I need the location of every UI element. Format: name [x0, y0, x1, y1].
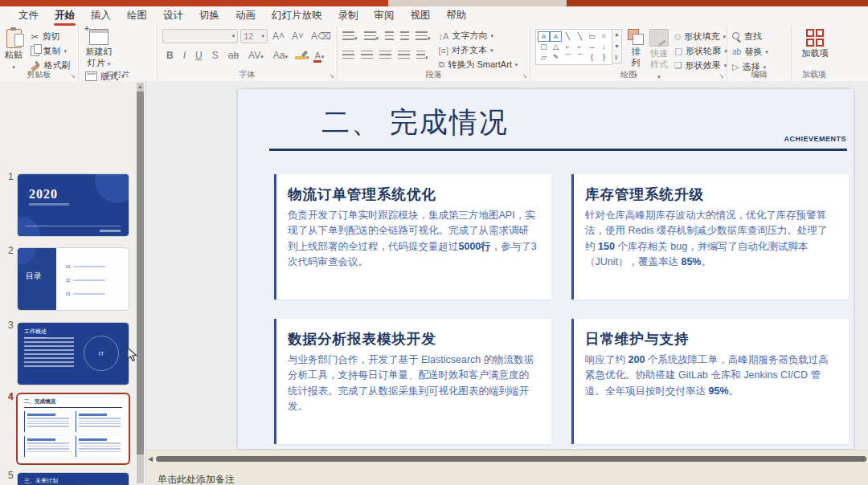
numbering-button[interactable]: ▾	[364, 29, 379, 43]
tab-transitions[interactable]: 切换	[192, 6, 227, 26]
clear-formatting-button[interactable]: A⌫	[309, 30, 334, 43]
tab-help[interactable]: 帮助	[440, 6, 474, 26]
slide-canvas[interactable]: 二、 完成情况 ACHIEVEMENTS 物流订单管理系统优化 负责开发了订单实…	[238, 89, 854, 449]
slide-thumbnail-3[interactable]: 工作概述 IT	[18, 323, 129, 385]
tab-review[interactable]: 审阅	[367, 6, 402, 26]
addins-button[interactable]: 加载项	[796, 29, 833, 59]
tab-animations[interactable]: 动画	[228, 6, 263, 26]
titlebar-search[interactable]	[388, 0, 567, 6]
shape-tool-icon[interactable]: ○	[598, 31, 610, 42]
shapes-scroll-down-icon[interactable]: ▼	[614, 43, 620, 49]
achievement-card-3[interactable]: 数据分析报表模块开发 与业务部门合作，开发了基于 Elasticsearch 的…	[274, 319, 551, 444]
align-right-button[interactable]	[379, 48, 391, 63]
achievement-card-4[interactable]: 日常维护与支持 响应了约 200 个系统故障工单，高峰期服务器负载过高紧急优化。…	[571, 319, 849, 444]
replace-button[interactable]: ab 替换▾	[732, 46, 788, 58]
highlight-color-button[interactable]: ▾	[295, 48, 309, 63]
strikethrough-button[interactable]: ab	[226, 49, 241, 62]
shrink-font-button[interactable]: A˅	[289, 30, 306, 43]
align-center-button[interactable]	[361, 48, 373, 63]
font-size-combobox[interactable]: 12▾	[240, 29, 268, 43]
justify-button[interactable]	[398, 48, 410, 63]
thumbnail-scrollbar-thumb[interactable]	[137, 92, 144, 454]
notes-panel: ◀ 单击此处添加备注	[146, 450, 868, 485]
align-left-button[interactable]	[342, 48, 354, 63]
new-slide-button[interactable]: 新建幻灯片 ▾	[84, 29, 114, 69]
shapes-gallery[interactable]: AA╲╲▭○▢△⌐⌐→↓▱✎⌒⌒{}	[535, 29, 612, 65]
shapes-scroll-up-icon[interactable]: ▲	[614, 31, 620, 37]
achievement-card-1[interactable]: 物流订单管理系统优化 负责开发了订单实时跟踪模块，集成第三方地图API，实现了从…	[274, 174, 551, 300]
align-text-button[interactable]: [≡] 对齐文本▾	[439, 44, 518, 56]
columns-button[interactable]: ▾	[416, 48, 428, 63]
paste-button[interactable]: 粘贴▾	[5, 29, 23, 72]
find-button[interactable]: 查找	[732, 31, 788, 43]
shape-tool-icon[interactable]: A	[538, 31, 550, 42]
grow-font-button[interactable]: A˄	[270, 30, 287, 43]
scroll-up-icon[interactable]: ▲	[137, 84, 143, 89]
horizontal-scrollbar[interactable]: ◀	[148, 455, 866, 463]
tab-view[interactable]: 视图	[403, 6, 438, 26]
achievement-card-2[interactable]: 库存管理系统升级 针对仓库高峰期库存波动大的情况，优化了库存预警算法，使用 Re…	[571, 174, 849, 300]
notes-placeholder[interactable]: 单击此处添加备注	[158, 473, 235, 485]
copy-button[interactable]: 复制▾	[31, 45, 70, 57]
drawing-dialog-launcher[interactable]: ↘	[719, 73, 724, 79]
underline-button[interactable]: U	[193, 49, 205, 62]
increase-indent-button[interactable]	[400, 29, 409, 43]
char-spacing-button[interactable]: AV▾	[246, 49, 266, 62]
slide-thumbnail-1[interactable]: 2020	[18, 174, 129, 236]
line-spacing-button[interactable]: ▾	[416, 29, 431, 43]
shape-tool-icon[interactable]: ▭	[586, 31, 598, 42]
tab-insert[interactable]: 插入	[84, 6, 118, 26]
bold-button[interactable]: B	[164, 49, 176, 62]
shape-tool-icon[interactable]: ▱	[538, 52, 550, 63]
tab-design[interactable]: 设计	[156, 6, 190, 26]
tab-draw[interactable]: 绘图	[120, 6, 154, 26]
shape-tool-icon[interactable]: ╲	[562, 31, 574, 42]
shape-tool-icon[interactable]: ⌒	[574, 52, 586, 63]
tab-home[interactable]: 开始	[47, 6, 82, 26]
tab-record[interactable]: 录制	[331, 6, 366, 26]
shape-tool-icon[interactable]: ╲	[574, 31, 586, 42]
shape-outline-button[interactable]: ▢ 形状轮廓▾	[674, 45, 727, 57]
shape-tool-icon[interactable]: ▢	[538, 42, 550, 52]
horizontal-scrollbar-thumb[interactable]	[156, 456, 866, 462]
tab-slideshow[interactable]: 幻灯片放映	[264, 6, 330, 26]
italic-button[interactable]: I	[181, 49, 188, 62]
shape-tool-icon[interactable]: →	[586, 42, 598, 52]
thumb4-card	[76, 436, 123, 457]
tab-file[interactable]: 文件	[11, 6, 46, 26]
shape-tool-icon[interactable]: △	[550, 42, 562, 52]
shape-tool-icon[interactable]: {	[586, 52, 598, 63]
slide-thumbnail-5[interactable]: 三、未来计划	[18, 473, 129, 485]
shape-tool-icon[interactable]: ⌒	[562, 52, 574, 63]
text-direction-button[interactable]: ↕A 文字方向▾	[439, 30, 518, 42]
slide-thumbnail-2[interactable]: 目录 01 02 03	[18, 248, 129, 310]
shapes-more-icon[interactable]: ⊽	[614, 55, 620, 61]
shape-tool-icon[interactable]: ↓	[598, 42, 610, 52]
new-slide-icon	[89, 29, 108, 45]
thumbnail-scrollbar[interactable]: ▲	[137, 83, 144, 483]
change-case-button[interactable]: Aa▾	[271, 49, 290, 62]
slide-title[interactable]: 二、 完成情况	[321, 104, 509, 141]
clipboard-dialog-launcher[interactable]: ↘	[70, 73, 76, 79]
font-color-button[interactable]: A▾	[313, 47, 324, 63]
shape-tool-icon[interactable]: }	[598, 52, 610, 63]
font-name-combobox[interactable]: ▾	[162, 29, 238, 43]
thumb2-toc-title: 目录	[26, 271, 42, 282]
card-body: 与业务部门合作，开发了基于 Elasticsearch 的物流数据分析工具，支持…	[288, 353, 538, 415]
shape-tool-icon[interactable]: A	[550, 31, 562, 42]
slide-thumbnail-4-selected[interactable]: 二、完成情况	[18, 394, 129, 463]
shapes-gallery-scrollbar[interactable]: ▲ ▼ ⊽	[612, 29, 622, 63]
card-body: 响应了约 200 个系统故障工单，高峰期服务器负载过高紧急优化。协助搭建 Git…	[585, 353, 836, 399]
shape-tool-icon[interactable]: ⌐	[562, 42, 574, 52]
cut-button[interactable]: ✂ 剪切	[31, 31, 70, 43]
shape-tool-icon[interactable]: ⌐	[574, 42, 586, 52]
bullets-button[interactable]: ▾	[342, 29, 358, 43]
shape-tool-icon[interactable]: ✎	[550, 52, 562, 63]
shadow-button[interactable]: S	[210, 49, 221, 62]
paragraph-dialog-launcher[interactable]: ↘	[522, 73, 527, 79]
scroll-left-icon[interactable]: ◀	[148, 455, 156, 463]
font-dialog-launcher[interactable]: ↘	[329, 73, 334, 79]
shape-fill-button[interactable]: ◇ 形状填充▾	[674, 31, 727, 43]
slide-subtitle-tag[interactable]: ACHIEVEMENTS	[784, 135, 846, 143]
decrease-indent-button[interactable]	[385, 29, 394, 43]
